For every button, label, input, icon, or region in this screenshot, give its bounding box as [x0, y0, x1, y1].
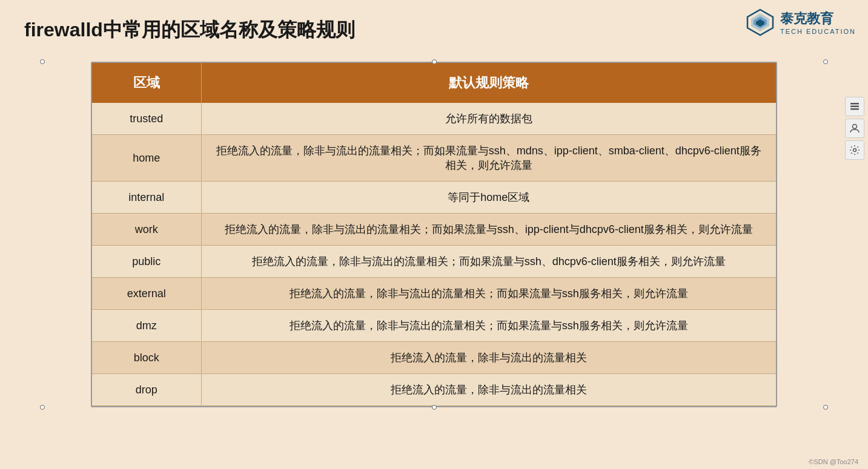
table-row: dmz拒绝流入的流量，除非与流出的流量相关；而如果流量与ssh服务相关，则允许流… — [92, 310, 776, 342]
handle-top-center — [432, 59, 437, 64]
handle-top-left — [40, 59, 45, 64]
header-row: 区域 默认规则策略 — [92, 63, 776, 103]
policy-cell: 等同于home区域 — [201, 182, 776, 214]
user-icon — [849, 123, 860, 134]
zone-policy-table: 区域 默认规则策略 trusted允许所有的数据包home拒绝流入的流量，除非与… — [92, 63, 776, 406]
policy-cell: 拒绝流入的流量，除非与流出的流量相关；而如果流量与ssh、ipp-client与… — [201, 214, 776, 246]
table-row: trusted允许所有的数据包 — [92, 103, 776, 135]
logo-text: 泰克教育 TECH EDUCATION — [780, 10, 856, 35]
table-row: external拒绝流入的流量，除非与流出的流量相关；而如果流量与ssh服务相关… — [92, 278, 776, 310]
table-body: trusted允许所有的数据包home拒绝流入的流量，除非与流出的流量相关；而如… — [92, 103, 776, 406]
zone-cell: trusted — [92, 103, 201, 135]
zone-cell: public — [92, 246, 201, 278]
table-row: drop拒绝流入的流量，除非与流出的流量相关 — [92, 374, 776, 406]
policy-cell: 拒绝流入的流量，除非与流出的流量相关 — [201, 374, 776, 406]
table-row: block拒绝流入的流量，除非与流出的流量相关 — [92, 342, 776, 374]
handle-bottom-left — [40, 405, 45, 410]
settings-tool-button[interactable] — [845, 140, 864, 160]
svg-point-8 — [853, 149, 856, 152]
policy-cell: 拒绝流入的流量，除非与流出的流量相关；而如果流量与ssh服务相关，则允许流量 — [201, 278, 776, 310]
table-wrapper: 区域 默认规则策略 trusted允许所有的数据包home拒绝流入的流量，除非与… — [42, 62, 826, 407]
policy-cell: 拒绝流入的流量，除非与流出的流量相关；而如果流量与ssh、mdns、ipp-cl… — [201, 135, 776, 182]
policy-cell: 拒绝流入的流量，除非与流出的流量相关 — [201, 342, 776, 374]
sidebar-tools — [845, 97, 864, 160]
page-title: firewalld中常用的区域名称及策略规则 — [0, 0, 868, 56]
svg-point-7 — [853, 125, 857, 129]
zone-cell: external — [92, 278, 201, 310]
user-tool-button[interactable] — [845, 119, 864, 138]
table-row: public拒绝流入的流量，除非与流出的流量相关；而如果流量与ssh、dhcpv… — [92, 246, 776, 278]
policy-cell: 拒绝流入的流量，除非与流出的流量相关；而如果流量与ssh服务相关，则允许流量 — [201, 310, 776, 342]
header-zone: 区域 — [92, 63, 201, 103]
zone-cell: internal — [92, 182, 201, 214]
logo-sub-text: TECH EDUCATION — [780, 28, 856, 35]
header-policy: 默认规则策略 — [201, 63, 776, 103]
firewalld-table: 区域 默认规则策略 trusted允许所有的数据包home拒绝流入的流量，除非与… — [91, 62, 777, 407]
logo-main-text: 泰克教育 — [780, 10, 833, 28]
svg-rect-4 — [850, 108, 859, 110]
table-row: internal等同于home区域 — [92, 182, 776, 214]
svg-rect-6 — [850, 103, 859, 105]
zone-cell: drop — [92, 374, 201, 406]
logo-area: 泰克教育 TECH EDUCATION — [745, 7, 856, 38]
table-row: work拒绝流入的流量，除非与流出的流量相关；而如果流量与ssh、ipp-cli… — [92, 214, 776, 246]
table-row: home拒绝流入的流量，除非与流出的流量相关；而如果流量与ssh、mdns、ip… — [92, 135, 776, 182]
logo-icon — [745, 7, 775, 38]
svg-rect-5 — [850, 106, 859, 108]
footer-text: ©SDN @Too274 — [809, 458, 858, 465]
handle-bottom-right — [823, 405, 828, 410]
zone-cell: dmz — [92, 310, 201, 342]
table-header: 区域 默认规则策略 — [92, 63, 776, 103]
zone-cell: work — [92, 214, 201, 246]
layers-icon — [849, 101, 860, 112]
policy-cell: 允许所有的数据包 — [201, 103, 776, 135]
settings-icon — [849, 145, 860, 156]
layers-tool-button[interactable] — [845, 97, 864, 116]
handle-top-right — [823, 59, 828, 64]
zone-cell: home — [92, 135, 201, 182]
policy-cell: 拒绝流入的流量，除非与流出的流量相关；而如果流量与ssh、dhcpv6-clie… — [201, 246, 776, 278]
handle-bottom-center — [432, 405, 437, 410]
zone-cell: block — [92, 342, 201, 374]
